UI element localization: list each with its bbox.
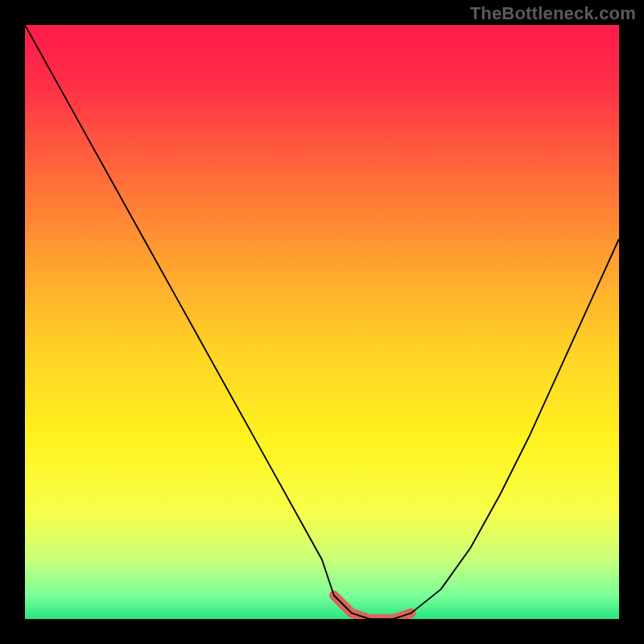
bottleneck-chart xyxy=(25,25,619,619)
watermark-text: TheBottleneck.com xyxy=(470,3,636,24)
chart-frame: TheBottleneck.com xyxy=(0,0,644,644)
plot-background xyxy=(25,25,619,619)
